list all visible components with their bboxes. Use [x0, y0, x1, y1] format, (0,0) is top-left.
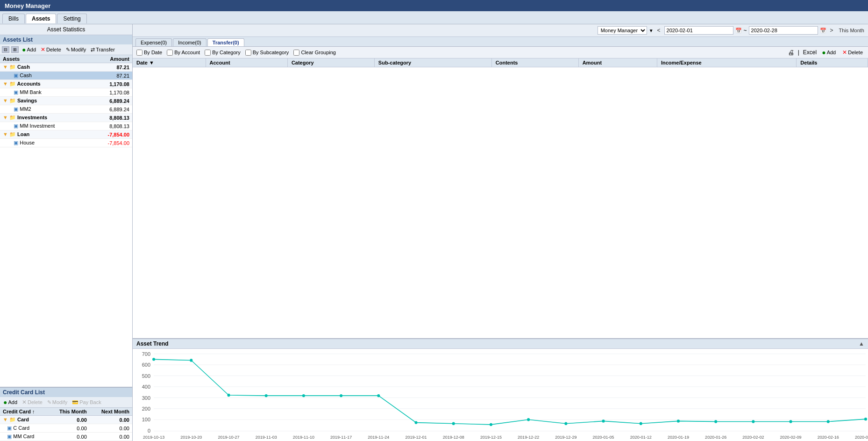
by-subcategory-checkbox[interactable]: [245, 50, 251, 56]
table-row[interactable]: ▣ MM Bank 1,170.08: [0, 88, 132, 97]
cc-item-name: ▣ C Card: [0, 424, 48, 433]
transaction-tab-bar: Expense(0) Income(0) Transfer(0): [133, 37, 868, 47]
cc-modify-button[interactable]: ✎ Modify: [46, 399, 69, 406]
chevron-down-icon: ▼: [649, 28, 654, 33]
svg-text:2020-01-12: 2020-01-12: [630, 434, 652, 439]
table-row[interactable]: ▼ 📁 Savings 6,889.24: [0, 97, 132, 105]
svg-text:200: 200: [142, 406, 150, 412]
trans-delete-button[interactable]: ✕ Delete: [841, 49, 864, 56]
tab-setting[interactable]: Setting: [57, 14, 86, 23]
filter-clear-grouping[interactable]: Clear Grouping: [293, 50, 336, 56]
svg-text:2019-11-24: 2019-11-24: [368, 434, 389, 439]
by-account-checkbox[interactable]: [167, 50, 173, 56]
asset-item-name: ▣ MM Investment: [0, 122, 83, 130]
filter-by-date[interactable]: By Date: [136, 50, 162, 56]
trend-header: Asset Trend ▲: [133, 339, 868, 349]
table-row[interactable]: ▼ 📁 Card 0.00 0.00: [0, 416, 132, 424]
view-icon-1[interactable]: ⊟: [2, 46, 9, 53]
assets-delete-button[interactable]: ✕ Delete: [39, 46, 63, 53]
add-icon: ●: [22, 46, 26, 53]
filter-by-account[interactable]: By Account: [167, 50, 200, 56]
svg-point-24: [452, 422, 455, 425]
prev-date-button[interactable]: <: [655, 27, 662, 34]
cc-item-name: ▣ MM Card: [0, 433, 48, 441]
cc-item-this-month: 0.00: [48, 424, 90, 433]
table-row[interactable]: ▣ Cash 87.21: [0, 72, 132, 80]
svg-text:2019-12-15: 2019-12-15: [480, 434, 502, 439]
asset-item-amount: 87.21: [83, 72, 132, 80]
col-credit-card: Credit Card ↑: [0, 408, 48, 416]
by-category-checkbox[interactable]: [205, 50, 211, 56]
table-row[interactable]: ▼ 📁 Cash 87.21: [0, 63, 132, 72]
asset-item-name: ▣ MM2: [0, 105, 83, 114]
table-row[interactable]: ▼ 📁 Accounts 1,170.08: [0, 80, 132, 88]
col-contents[interactable]: Contents: [491, 58, 578, 67]
by-date-checkbox[interactable]: [136, 50, 142, 56]
item-icon: ▣: [14, 106, 18, 112]
filter-by-category[interactable]: By Category: [205, 50, 241, 56]
view-icon-2[interactable]: ⊞: [11, 46, 19, 53]
asset-group-name: ▼ 📁 Cash: [0, 63, 83, 72]
account-select[interactable]: Money Manager: [598, 26, 647, 35]
col-details[interactable]: Details: [797, 58, 868, 67]
next-date-button[interactable]: >: [828, 27, 835, 34]
cc-add-button[interactable]: ● Add: [2, 398, 19, 406]
tab-bills[interactable]: Bills: [2, 14, 25, 23]
assets-add-button[interactable]: ● Add: [21, 45, 37, 54]
assets-section: Assets Amount ▼ 📁 Cash 87.21 ▣ C: [0, 55, 132, 387]
cc-payback-button[interactable]: 💳 Pay Back: [71, 399, 102, 406]
col-income-expense[interactable]: Income/Expense: [657, 58, 796, 67]
table-row[interactable]: ▣ House -7,854.00: [0, 139, 132, 147]
asset-item-amount: 6,889.24: [83, 105, 132, 114]
col-subcategory[interactable]: Sub-category: [374, 58, 491, 67]
assets-list-title: Assets List: [0, 35, 132, 44]
filter-by-subcategory[interactable]: By Subcategory: [245, 50, 289, 56]
col-amount[interactable]: Amount: [578, 58, 657, 67]
svg-point-29: [640, 422, 642, 425]
asset-statistics-header: Asset Statistics: [0, 24, 132, 35]
start-date-input[interactable]: [664, 26, 733, 35]
svg-text:2020-01-05: 2020-01-05: [593, 434, 614, 439]
modify-icon: ✎: [47, 399, 51, 405]
assets-modify-button[interactable]: ✎ Modify: [64, 46, 87, 53]
svg-point-18: [228, 394, 230, 397]
svg-text:600: 600: [142, 362, 150, 368]
asset-group-name: ▼ 📁 Accounts: [0, 80, 83, 88]
svg-point-21: [340, 394, 342, 397]
tab-expense[interactable]: Expense(0): [135, 38, 172, 46]
table-row[interactable]: ▣ C Card 0.00 0.00: [0, 424, 132, 433]
col-date[interactable]: Date ▼: [133, 58, 206, 67]
cc-delete-button[interactable]: ✕ Delete: [21, 398, 44, 406]
tab-transfer[interactable]: Transfer(0): [207, 38, 244, 46]
table-row[interactable]: ▼ 📁 Investments 8,808.13: [0, 114, 132, 122]
asset-item-amount: 1,170.08: [83, 88, 132, 97]
assets-transfer-button[interactable]: ⇄ Transfer: [89, 46, 116, 53]
col-account[interactable]: Account: [206, 58, 287, 67]
calendar-icon-start[interactable]: 📅: [735, 28, 742, 34]
svg-point-28: [602, 419, 605, 422]
asset-group-amount: 1,170.08: [83, 80, 132, 88]
svg-text:100: 100: [142, 417, 150, 422]
table-row[interactable]: ▣ MM2 6,889.24: [0, 105, 132, 114]
table-row[interactable]: ▣ MM Investment 8,808.13: [0, 122, 132, 130]
trans-add-button[interactable]: ● Add: [820, 48, 837, 57]
end-date-input[interactable]: [749, 26, 818, 35]
left-panel: Asset Statistics Assets List ⊟ ⊞ ● Add ✕…: [0, 24, 133, 441]
svg-text:2019-12-08: 2019-12-08: [443, 434, 464, 439]
svg-text:500: 500: [142, 373, 150, 378]
svg-text:2020-02-23: 2020-02-23: [855, 434, 868, 439]
calendar-icon-end[interactable]: 📅: [820, 28, 826, 34]
table-row[interactable]: ▼ 📁 Loan -7,854.00: [0, 130, 132, 139]
asset-item-name: ▣ Cash: [0, 72, 83, 80]
col-category[interactable]: Category: [287, 58, 374, 67]
print-icon[interactable]: 🖨: [788, 49, 794, 56]
table-row[interactable]: ▣ MM Card 0.00 0.00: [0, 433, 132, 441]
cc-item-this-month: 0.00: [48, 433, 90, 441]
right-panel: Money Manager ▼ < 📅 ~ 📅 > This Month Exp…: [133, 24, 868, 441]
clear-grouping-checkbox[interactable]: [293, 50, 299, 56]
delete-icon: ✕: [842, 49, 847, 56]
collapse-trend-button[interactable]: ▲: [859, 340, 864, 347]
tab-income[interactable]: Income(0): [173, 38, 206, 46]
asset-item-name: ▣ MM Bank: [0, 88, 83, 97]
tab-assets[interactable]: Assets: [26, 14, 56, 23]
